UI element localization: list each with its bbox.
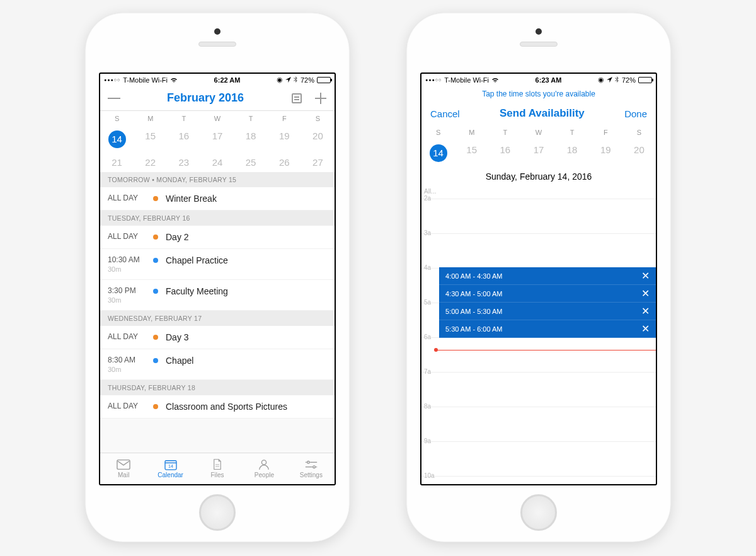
hour-row[interactable]: 3a (421, 233, 656, 268)
cancel-button[interactable]: Cancel (430, 108, 460, 119)
date-cell[interactable]: 14 (421, 140, 455, 166)
hour-row[interactable]: 7a (421, 372, 656, 407)
hour-label: 8a (424, 403, 431, 410)
tab-bar: Mail14CalendarFilesPeopleSettings (100, 453, 335, 484)
hour-label: 3a (424, 229, 431, 236)
weekday-cell: S (100, 111, 134, 126)
date-cell[interactable]: 16 (167, 126, 200, 153)
wifi-icon (170, 77, 178, 83)
availability-slot[interactable]: 4:00 AM - 4:30 AM✕ (439, 267, 656, 285)
date-cell[interactable]: 17 (200, 126, 234, 153)
day-grid[interactable]: All... 2a3a4a5a6a7a8a9a10a4:00 AM - 4:30… (421, 187, 656, 484)
event-time: ALL DAY (108, 332, 153, 341)
availability-slot[interactable]: 4:30 AM - 5:00 AM✕ (439, 285, 656, 303)
menu-icon[interactable] (108, 92, 120, 105)
hint-text: Tap the time slots you're available (421, 86, 656, 102)
status-bar: ●●●○○ T-Mobile Wi-Fi 6:22 AM ◉ 72% (100, 74, 335, 86)
date-row-2: 21222324252627 (100, 153, 335, 172)
remove-slot-icon[interactable]: ✕ (641, 270, 650, 282)
availability-slot[interactable]: 5:30 AM - 6:00 AM✕ (439, 320, 656, 338)
weekday-cell: T (488, 125, 522, 140)
bluetooth-icon (294, 76, 298, 83)
tab-settings[interactable]: Settings (288, 453, 335, 484)
date-cell[interactable]: 19 (589, 140, 622, 166)
hour-row[interactable]: 10a (421, 476, 656, 484)
svg-point-10 (313, 466, 316, 468)
hour-label: 4a (424, 264, 431, 271)
remove-slot-icon[interactable]: ✕ (641, 287, 650, 299)
date-cell[interactable]: 15 (455, 140, 488, 166)
phone-right: ●●●○○ T-Mobile Wi-Fi 6:23 AM ◉ 72% Tap t… (406, 13, 671, 542)
home-button[interactable] (520, 494, 557, 531)
phone-speaker (520, 42, 558, 47)
date-cell[interactable]: 27 (301, 153, 335, 172)
tab-calendar[interactable]: 14Calendar (147, 453, 193, 484)
event-row[interactable]: ALL DAYDay 3 (100, 326, 335, 349)
date-cell[interactable]: 14 (100, 126, 134, 153)
date-cell[interactable]: 18 (234, 126, 268, 153)
remove-slot-icon[interactable]: ✕ (641, 323, 650, 335)
home-button[interactable] (199, 494, 236, 531)
screen-title: Send Availability (500, 107, 585, 120)
now-indicator (435, 350, 656, 350)
availability-slot[interactable]: 5:00 AM - 5:30 AM✕ (439, 303, 656, 320)
weekday-cell: M (134, 111, 167, 126)
event-row[interactable]: 3:30 PM30mFaculty Meeting (100, 280, 335, 311)
tab-people[interactable]: People (241, 453, 287, 484)
date-cell[interactable]: 24 (200, 153, 234, 172)
location-icon (285, 77, 291, 83)
agenda-view-icon[interactable] (290, 92, 303, 105)
date-cell[interactable]: 23 (167, 153, 200, 172)
event-row[interactable]: ALL DAYClassroom and Sports Pictures (100, 395, 335, 419)
remove-slot-icon[interactable]: ✕ (641, 305, 650, 317)
date-cell[interactable]: 16 (488, 140, 522, 166)
date-cell[interactable]: 18 (556, 140, 589, 166)
weekday-cell: T (556, 125, 589, 140)
tab-label: People (255, 472, 274, 478)
date-cell[interactable]: 26 (268, 153, 301, 172)
screen-availability: ●●●○○ T-Mobile Wi-Fi 6:23 AM ◉ 72% Tap t… (420, 72, 657, 485)
hour-row[interactable]: 9a (421, 441, 656, 476)
weekday-cell: W (200, 111, 234, 126)
date-cell[interactable]: 25 (234, 153, 268, 172)
hour-label: 10a (424, 472, 435, 479)
date-cell[interactable]: 22 (134, 153, 167, 172)
svg-point-6 (262, 460, 266, 465)
event-row[interactable]: 10:30 AM30mChapel Practice (100, 249, 335, 280)
hour-row[interactable]: 2a (421, 199, 656, 233)
event-time: 10:30 AM30m (108, 255, 153, 273)
date-cell[interactable]: 20 (622, 140, 656, 166)
tab-label: Settings (300, 472, 323, 478)
weekday-cell: M (455, 125, 488, 140)
date-cell[interactable]: 15 (134, 126, 167, 153)
hour-row[interactable]: 6a (421, 337, 656, 372)
event-title: Chapel Practice (166, 255, 228, 265)
event-row[interactable]: ALL DAYDay 2 (100, 226, 335, 249)
battery-pct: 72% (622, 76, 636, 84)
now-indicator-dot (434, 348, 438, 352)
agenda-list[interactable]: TOMORROW • MONDAY, FEBRUARY 15ALL DAYWin… (100, 172, 335, 453)
carrier-label: T-Mobile Wi-Fi (444, 76, 489, 84)
date-cell[interactable]: 21 (100, 153, 134, 172)
tab-mail[interactable]: Mail (100, 453, 147, 484)
done-button[interactable]: Done (624, 108, 647, 119)
svg-point-7 (307, 461, 309, 464)
slot-label: 4:30 AM - 5:00 AM (445, 290, 503, 298)
date-cell[interactable]: 20 (301, 126, 335, 153)
hour-row[interactable]: 8a (421, 407, 656, 441)
event-dot-icon (153, 258, 158, 263)
month-title[interactable]: February 2016 (167, 91, 244, 105)
phone-camera (536, 28, 542, 35)
event-row[interactable]: 8:30 AM30mChapel (100, 349, 335, 380)
tab-label: Mail (118, 472, 129, 478)
tab-files[interactable]: Files (194, 453, 241, 484)
event-row[interactable]: ALL DAYWinter Break (100, 187, 335, 211)
add-event-icon[interactable] (314, 92, 327, 105)
date-cell[interactable]: 19 (268, 126, 301, 153)
date-row: 14151617181920 (421, 140, 656, 166)
event-dot-icon (153, 335, 158, 340)
event-time: ALL DAY (108, 232, 153, 241)
weekday-cell: S (622, 125, 656, 140)
date-cell[interactable]: 17 (522, 140, 555, 166)
event-dot-icon (153, 289, 158, 294)
